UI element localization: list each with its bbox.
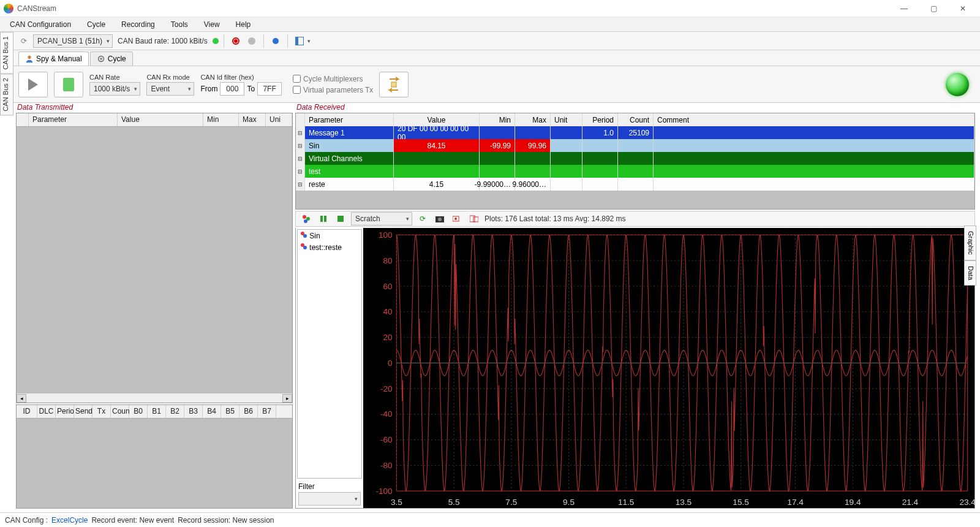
frame-col[interactable]: DLC bbox=[37, 405, 56, 418]
svg-text:5.5: 5.5 bbox=[448, 498, 460, 507]
rx-col-parameter[interactable]: Parameter bbox=[305, 113, 394, 126]
tx-col-value[interactable]: Value bbox=[118, 113, 203, 126]
signal-item[interactable]: test::reste bbox=[298, 241, 361, 253]
frame-col[interactable]: B3 bbox=[184, 405, 203, 418]
refresh-device-button[interactable]: ⟳ bbox=[17, 34, 31, 48]
maximize-button[interactable]: ▢ bbox=[920, 2, 947, 15]
svg-text:13.5: 13.5 bbox=[676, 498, 692, 507]
graph-signals-button[interactable] bbox=[300, 212, 313, 226]
tab-cycle[interactable]: Cycle bbox=[90, 51, 133, 66]
layout-button[interactable] bbox=[293, 34, 306, 48]
status-config-link[interactable]: ExcelCycle bbox=[51, 516, 88, 525]
menu-recording[interactable]: Recording bbox=[115, 19, 161, 30]
graph-stop-button[interactable] bbox=[334, 212, 347, 226]
svg-point-2 bbox=[100, 58, 102, 60]
tx-col-unit[interactable]: Uni bbox=[266, 113, 292, 126]
rx-col-max[interactable]: Max bbox=[515, 113, 551, 126]
tab-can-bus-2[interactable]: CAN Bus 2 bbox=[0, 74, 13, 115]
svg-text:11.5: 11.5 bbox=[618, 498, 635, 507]
rx-col-unit[interactable]: Unit bbox=[551, 113, 582, 126]
gear-icon bbox=[97, 55, 105, 63]
rx-col-min[interactable]: Min bbox=[480, 113, 515, 126]
device-dropdown[interactable]: PCAN_USB 1 (51h) bbox=[33, 34, 113, 48]
graph-snapshot-button[interactable] bbox=[433, 212, 447, 226]
frame-col[interactable]: B7 bbox=[258, 405, 276, 418]
graph-refresh-button[interactable]: ⟳ bbox=[416, 212, 429, 226]
graph-area: Sin test::reste Filter -100-80-60-40-200… bbox=[295, 228, 975, 509]
graph-record-button[interactable] bbox=[450, 212, 464, 226]
play-button[interactable] bbox=[18, 72, 48, 97]
tab-spy-manual[interactable]: Spy & Manual bbox=[18, 51, 89, 66]
virtual-tx-checkbox[interactable]: Virtual parameters Tx bbox=[293, 86, 373, 94]
table-row[interactable]: ⊟Message 120 DF 00 00 00 00 00 001.02510… bbox=[296, 126, 974, 139]
graph-preset-dropdown[interactable]: Scratch bbox=[351, 212, 412, 226]
cycle-mux-checkbox[interactable]: Cycle Multiplexers bbox=[293, 75, 373, 83]
scroll-right-button[interactable]: ▸ bbox=[282, 394, 292, 403]
rx-mode-label: CAN Rx mode bbox=[146, 74, 194, 81]
table-row[interactable]: ⊟reste4.15-9.99000…9.96000… bbox=[296, 178, 974, 191]
record-button[interactable] bbox=[229, 34, 243, 48]
table-row[interactable]: ⊟Virtual Channels bbox=[296, 152, 974, 165]
frame-col[interactable]: B4 bbox=[203, 405, 221, 418]
swap-button[interactable] bbox=[379, 72, 409, 97]
titlebar: CANStream — ▢ ✕ bbox=[0, 0, 980, 17]
frame-col[interactable]: Perio bbox=[56, 405, 74, 418]
table-row[interactable]: ⊟test bbox=[296, 165, 974, 178]
rx-grid[interactable]: Parameter Value Min Max Unit Period Coun… bbox=[295, 113, 975, 210]
plot-canvas[interactable]: -100-80-60-40-200204060801003.55.57.59.5… bbox=[363, 228, 974, 508]
frame-col[interactable]: Send bbox=[74, 405, 92, 418]
rx-mode-dropdown[interactable]: Event bbox=[146, 82, 194, 96]
close-button[interactable]: ✕ bbox=[949, 2, 976, 15]
table-row[interactable]: ⊟Sin84.15-99.9999.96 bbox=[296, 139, 974, 152]
minimize-button[interactable]: — bbox=[891, 2, 918, 15]
graph-pause-button[interactable] bbox=[317, 212, 330, 226]
from-label: From bbox=[200, 85, 217, 93]
layout-dropdown-icon[interactable]: ▾ bbox=[307, 38, 311, 44]
menu-view[interactable]: View bbox=[198, 19, 226, 30]
svg-text:-100: -100 bbox=[375, 487, 393, 496]
graph-export-button[interactable] bbox=[467, 212, 481, 226]
menu-can-configuration[interactable]: CAN Configuration bbox=[4, 19, 77, 30]
tx-col-min[interactable]: Min bbox=[203, 113, 239, 126]
frame-col[interactable]: B2 bbox=[166, 405, 184, 418]
tab-data[interactable]: Data bbox=[964, 260, 976, 286]
frame-col[interactable]: B0 bbox=[129, 405, 148, 418]
svg-point-4 bbox=[303, 215, 306, 219]
tx-col-parameter[interactable]: Parameter bbox=[29, 113, 118, 126]
frame-grid[interactable]: IDDLCPerioSendTxCounB0B1B2B3B4B5B6B7 bbox=[16, 404, 293, 509]
svg-text:9.5: 9.5 bbox=[563, 498, 575, 507]
menu-cycle[interactable]: Cycle bbox=[81, 19, 111, 30]
signal-list[interactable]: Sin test::reste bbox=[297, 229, 362, 479]
signal-item[interactable]: Sin bbox=[298, 230, 361, 241]
svg-rect-15 bbox=[473, 217, 478, 222]
record-stop-button[interactable] bbox=[245, 34, 258, 48]
frame-col[interactable]: B6 bbox=[239, 405, 258, 418]
tab-graphic[interactable]: Graphic bbox=[964, 226, 976, 260]
tx-grid[interactable]: Parameter Value Min Max Uni ◂ ▸ bbox=[16, 113, 293, 403]
filter-label: Filter bbox=[298, 482, 361, 491]
stop-button[interactable] bbox=[54, 72, 83, 97]
user-icon bbox=[25, 55, 34, 63]
rx-col-count[interactable]: Count bbox=[618, 113, 654, 126]
frame-col[interactable]: Coun bbox=[111, 405, 129, 418]
rx-col-period[interactable]: Period bbox=[582, 113, 618, 126]
tab-can-bus-1[interactable]: CAN Bus 1 bbox=[0, 32, 13, 74]
menubar: CAN Configuration Cycle Recording Tools … bbox=[0, 17, 980, 32]
marker-button[interactable] bbox=[269, 34, 282, 48]
connection-led-icon bbox=[946, 73, 969, 96]
rx-col-comment[interactable]: Comment bbox=[654, 113, 974, 126]
can-rate-dropdown[interactable]: 1000 kBit/s bbox=[89, 82, 140, 96]
idfilter-to-input[interactable] bbox=[257, 82, 282, 96]
filter-dropdown[interactable] bbox=[298, 492, 361, 506]
tx-col-max[interactable]: Max bbox=[239, 113, 266, 126]
tab-cycle-label: Cycle bbox=[108, 55, 126, 63]
menu-tools[interactable]: Tools bbox=[165, 19, 194, 30]
frame-col[interactable]: B1 bbox=[148, 405, 166, 418]
menu-help[interactable]: Help bbox=[230, 19, 257, 30]
scroll-left-button[interactable]: ◂ bbox=[17, 394, 26, 403]
idfilter-from-input[interactable] bbox=[220, 82, 244, 96]
frame-col[interactable]: ID bbox=[17, 405, 37, 418]
frame-col[interactable]: Tx bbox=[92, 405, 111, 418]
frame-col[interactable]: B5 bbox=[221, 405, 239, 418]
svg-point-19 bbox=[303, 246, 307, 249]
